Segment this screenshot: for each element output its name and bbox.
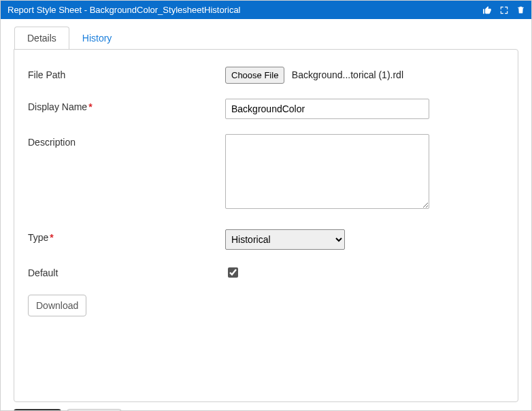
row-display-name: Display Name* xyxy=(14,99,518,119)
download-button[interactable]: Download xyxy=(28,295,86,316)
row-description: Description xyxy=(14,134,518,209)
label-display-name: Display Name* xyxy=(28,99,225,112)
required-icon: * xyxy=(88,101,92,112)
details-panel: File Path Choose File Background...toric… xyxy=(14,49,518,402)
tab-history[interactable]: History xyxy=(69,27,125,50)
expand-icon[interactable] xyxy=(499,5,509,15)
choose-file-button[interactable]: Choose File xyxy=(225,67,284,84)
label-default: Default xyxy=(28,265,225,278)
type-select[interactable]: Historical xyxy=(225,229,345,250)
window-titlebar: Report Style Sheet - BackgroundColor_Sty… xyxy=(1,1,531,19)
tab-bar: Details History xyxy=(1,19,531,49)
thumbs-up-icon[interactable] xyxy=(482,5,492,15)
titlebar-actions xyxy=(482,5,526,15)
row-type: Type* Historical xyxy=(14,229,518,250)
window-title: Report Style Sheet - BackgroundColor_Sty… xyxy=(7,5,482,15)
required-icon: * xyxy=(50,232,53,243)
label-file-path: File Path xyxy=(28,67,225,80)
chosen-file-name: Background...torical (1).rdl xyxy=(292,69,403,80)
description-field[interactable] xyxy=(225,134,429,209)
default-checkbox[interactable] xyxy=(228,267,238,278)
trash-icon[interactable] xyxy=(516,5,526,15)
label-description: Description xyxy=(28,134,225,148)
tab-details[interactable]: Details xyxy=(14,27,69,50)
display-name-field[interactable] xyxy=(225,99,429,119)
row-file-path: File Path Choose File Background...toric… xyxy=(14,67,518,84)
row-default: Default xyxy=(14,265,518,280)
label-type: Type* xyxy=(28,229,225,243)
